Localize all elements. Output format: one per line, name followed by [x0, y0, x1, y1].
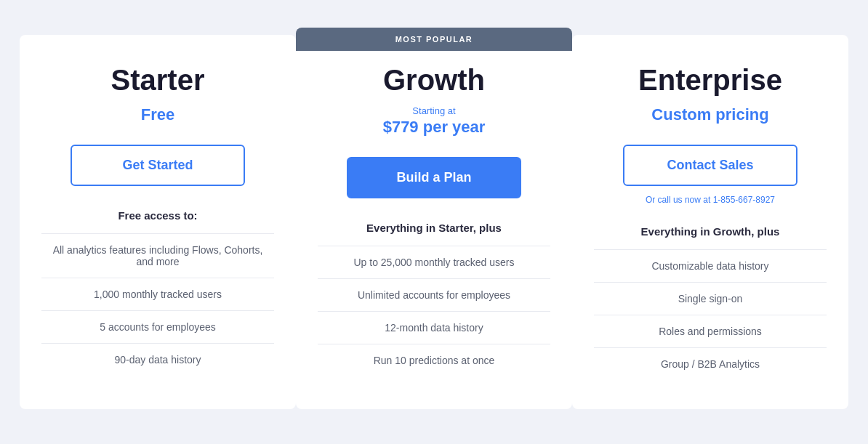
list-item: Roles and permissions — [594, 315, 827, 347]
plan-cta-button-starter[interactable]: Get Started — [71, 145, 245, 186]
list-item: Customizable data history — [594, 249, 827, 282]
plan-card-enterprise: EnterpriseCustom pricingContact SalesOr … — [572, 35, 848, 409]
list-item: 12-month data history — [318, 311, 550, 344]
plan-card-growth: MOST POPULARGrowthStarting at$779 per ye… — [296, 28, 572, 409]
list-item: 90-day data history — [41, 343, 274, 376]
plan-pricing-label-growth: Starting at — [412, 105, 455, 116]
plan-call-text-enterprise: Or call us now at 1-855-667-8927 — [646, 195, 775, 205]
list-item: 1,000 monthly tracked users — [41, 278, 274, 310]
list-item: Up to 25,000 monthly tracked users — [318, 246, 550, 278]
list-item: Group / B2B Analytics — [594, 347, 827, 380]
list-item: Single sign-on — [594, 282, 827, 315]
plan-title-growth: Growth — [383, 64, 485, 97]
plan-title-starter: Starter — [111, 64, 205, 97]
list-item: 5 accounts for employees — [41, 310, 274, 343]
list-item: Run 10 predictions at once — [318, 344, 550, 376]
list-item: Unlimited accounts for employees — [318, 278, 550, 311]
plan-features-header-enterprise: Everything in Growth, plus — [641, 225, 780, 238]
list-item: All analytics features including Flows, … — [41, 233, 274, 278]
plan-card-starter: StarterFreeGet StartedFree access to:All… — [20, 35, 296, 409]
plan-price-enterprise: Custom pricing — [651, 105, 768, 124]
plan-price-starter: Free — [141, 105, 174, 124]
plan-price-growth: $779 per year — [383, 118, 486, 137]
plan-features-list-starter: All analytics features including Flows, … — [41, 233, 274, 376]
most-popular-banner: MOST POPULAR — [296, 28, 572, 51]
plan-cta-button-growth[interactable]: Build a Plan — [347, 157, 521, 198]
plan-features-list-growth: Up to 25,000 monthly tracked usersUnlimi… — [318, 246, 550, 376]
pricing-container: StarterFreeGet StartedFree access to:All… — [20, 35, 848, 409]
plan-cta-button-enterprise[interactable]: Contact Sales — [623, 145, 797, 186]
plan-features-header-growth: Everything in Starter, plus — [366, 222, 502, 234]
plan-features-header-starter: Free access to: — [118, 209, 197, 222]
plan-features-list-enterprise: Customizable data historySingle sign-onR… — [594, 249, 827, 380]
plan-title-enterprise: Enterprise — [638, 64, 782, 97]
